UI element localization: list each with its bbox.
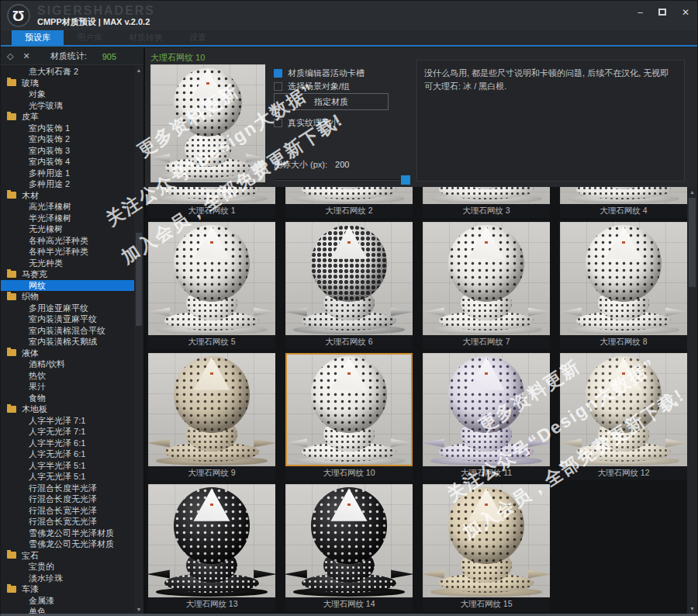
scroll-down-icon[interactable]: ▼ bbox=[134, 607, 143, 612]
checkbox-checked-icon[interactable] bbox=[274, 69, 282, 78]
tree-item[interactable]: 无光橡树 bbox=[1, 223, 134, 235]
sidebar-scrollbar[interactable]: ▲ ▼ bbox=[134, 66, 143, 614]
tree-item[interactable]: 室内装饰 1 bbox=[1, 123, 134, 134]
checkbox-unchecked-icon[interactable] bbox=[274, 119, 282, 127]
tree-folder[interactable]: 织物 bbox=[1, 291, 134, 303]
grid-scrollbar[interactable]: ▲ ▼ bbox=[687, 187, 697, 614]
material-thumb[interactable]: 大理石网纹 1 bbox=[148, 187, 275, 218]
tab-材质转换[interactable]: 材质转换 bbox=[116, 30, 176, 45]
tree-item[interactable]: 行混合长宽无光泽 bbox=[1, 516, 134, 528]
tree-item[interactable]: 各种半光泽种类 bbox=[1, 246, 134, 258]
scrollbar-thumb[interactable] bbox=[689, 198, 696, 287]
tree-item[interactable]: 多用途亚麻平纹 bbox=[1, 303, 134, 314]
thumb-image[interactable] bbox=[423, 222, 550, 335]
tree-item[interactable]: 无光种类 bbox=[1, 258, 134, 269]
tree-folder[interactable]: 木地板 bbox=[1, 403, 134, 415]
slider-track[interactable] bbox=[274, 179, 410, 181]
material-thumb[interactable]: 大理石网纹 11 bbox=[423, 353, 550, 480]
tree-item[interactable]: 多种用途 2 bbox=[1, 178, 134, 190]
tree-item[interactable]: 光学玻璃 bbox=[1, 100, 134, 112]
tree-item[interactable]: 网纹 bbox=[1, 280, 134, 292]
thumb-image[interactable] bbox=[148, 187, 275, 204]
tree-folder[interactable]: 皮革 bbox=[1, 111, 134, 123]
scroll-up-icon[interactable]: ▲ bbox=[687, 189, 697, 195]
material-thumb[interactable]: 大理石网纹 9 bbox=[148, 353, 275, 480]
tree-item[interactable]: 酒精/饮料 bbox=[1, 358, 134, 370]
close-button[interactable]: ✕ bbox=[682, 7, 689, 18]
tree-item[interactable]: 室内装饰 3 bbox=[1, 145, 134, 157]
tree-item[interactable]: 室内装潢棉混合平纹 bbox=[1, 325, 134, 337]
material-thumb[interactable]: 大理石网纹 5 bbox=[148, 222, 275, 349]
icon-size-slider[interactable] bbox=[274, 175, 410, 185]
tab-设置[interactable]: 设置 bbox=[176, 30, 219, 45]
tree-item[interactable]: 意大利石膏 2 bbox=[1, 66, 134, 78]
tree-item[interactable]: 雪佛龙公司无光泽材质 bbox=[1, 538, 134, 550]
thumb-image[interactable] bbox=[423, 484, 550, 597]
close-icon[interactable]: ✕ bbox=[22, 51, 29, 61]
tab-用户库[interactable]: 用户库 bbox=[64, 30, 116, 45]
thumb-image[interactable] bbox=[423, 187, 550, 204]
tree-item[interactable]: 多种用途 1 bbox=[1, 168, 134, 179]
tree-folder[interactable]: 马赛克 bbox=[1, 268, 134, 280]
scroll-up-icon[interactable]: ▲ bbox=[134, 67, 143, 73]
thumb-image[interactable] bbox=[285, 484, 413, 597]
tree-item[interactable]: 雪佛龙公司半光泽材质 bbox=[1, 528, 134, 539]
tree-item[interactable]: 宝贵的 bbox=[1, 561, 134, 573]
assign-material-button[interactable]: 指定材质 bbox=[274, 93, 389, 110]
tree-folder[interactable]: 宝石 bbox=[1, 550, 134, 562]
tree-item[interactable]: 行混合长宽半光泽 bbox=[1, 505, 134, 517]
scrollbar-thumb[interactable] bbox=[136, 233, 142, 326]
thumb-image[interactable] bbox=[148, 484, 275, 597]
checkbox-select-scene[interactable]: 选择场景对象/组 bbox=[274, 81, 350, 92]
thumb-image[interactable] bbox=[560, 187, 687, 204]
tree-item[interactable]: 高光泽橡树 bbox=[1, 201, 134, 213]
thumb-image[interactable] bbox=[285, 187, 413, 204]
material-thumb[interactable]: 大理石网纹 6 bbox=[285, 222, 413, 349]
tree-folder[interactable]: 车漆 bbox=[1, 583, 134, 595]
thumb-image[interactable] bbox=[148, 222, 275, 335]
tree-item[interactable]: 人字无光泽 7:1 bbox=[1, 426, 134, 438]
tab-预设库[interactable]: 预设库 bbox=[12, 30, 64, 45]
material-thumb[interactable]: 大理石网纹 12 bbox=[560, 353, 687, 480]
tree-item[interactable]: 人字半光泽 5:1 bbox=[1, 460, 134, 472]
material-thumb[interactable]: 大理石网纹 10 bbox=[285, 353, 413, 480]
material-thumb[interactable]: 大理石网纹 8 bbox=[560, 222, 687, 349]
thumb-image[interactable] bbox=[285, 353, 413, 466]
tree-item[interactable]: 人字半光泽 7:1 bbox=[1, 415, 134, 427]
tree-item[interactable]: 室内装潢棉天鹅绒 bbox=[1, 336, 134, 348]
diamond-icon[interactable]: ◇ bbox=[7, 51, 13, 61]
tree-item[interactable]: 果汁 bbox=[1, 381, 134, 393]
tree-item[interactable]: 室内装饰 2 bbox=[1, 133, 134, 145]
tree-item[interactable]: 行混合长度无光泽 bbox=[1, 493, 134, 505]
tree-item[interactable]: 室内装饰 4 bbox=[1, 156, 134, 168]
tree-item[interactable]: 淡水珍珠 bbox=[1, 573, 134, 584]
material-thumb[interactable]: 大理石网纹 14 bbox=[285, 484, 413, 611]
thumb-image[interactable] bbox=[285, 222, 413, 335]
tree-item[interactable]: 对象 bbox=[1, 88, 134, 100]
thumb-image[interactable] bbox=[423, 353, 550, 466]
checkbox-real-size[interactable]: 真实纹理大小 bbox=[274, 117, 339, 129]
tree-item[interactable]: 行混合长度半光泽 bbox=[1, 483, 134, 494]
maximize-button[interactable] bbox=[658, 7, 666, 18]
scroll-down-icon[interactable]: ▼ bbox=[687, 606, 697, 611]
thumb-image[interactable] bbox=[560, 222, 687, 335]
checkbox-unchecked-icon[interactable] bbox=[274, 82, 282, 91]
material-thumb[interactable]: 大理石网纹 15 bbox=[423, 484, 550, 611]
material-thumb[interactable]: 大理石网纹 2 bbox=[285, 187, 413, 218]
tree-item[interactable]: 各种高光泽种类 bbox=[1, 235, 134, 247]
checkbox-active-slot[interactable]: 材质编辑器活动卡槽 bbox=[274, 67, 365, 79]
tree-item[interactable]: 人字半光泽 6:1 bbox=[1, 438, 134, 449]
tree-item[interactable]: 食物 bbox=[1, 393, 134, 404]
thumb-image[interactable] bbox=[560, 353, 687, 466]
tree-item[interactable]: 单色 bbox=[1, 606, 134, 614]
tree-item[interactable]: 室内装潢亚麻平纹 bbox=[1, 313, 134, 325]
tree-item[interactable]: 热饮 bbox=[1, 370, 134, 382]
thumb-image[interactable] bbox=[148, 353, 275, 466]
tree-item[interactable]: 人字无光泽 6:1 bbox=[1, 448, 134, 460]
material-thumb[interactable]: 大理石网纹 13 bbox=[148, 484, 275, 611]
slider-handle[interactable] bbox=[401, 175, 410, 185]
tree-item[interactable]: 金属漆 bbox=[1, 595, 134, 607]
minimize-button[interactable]: – bbox=[638, 7, 643, 18]
tree-item[interactable]: 人字无光泽 5:1 bbox=[1, 471, 134, 483]
tree-folder[interactable]: 玻璃 bbox=[1, 78, 134, 89]
